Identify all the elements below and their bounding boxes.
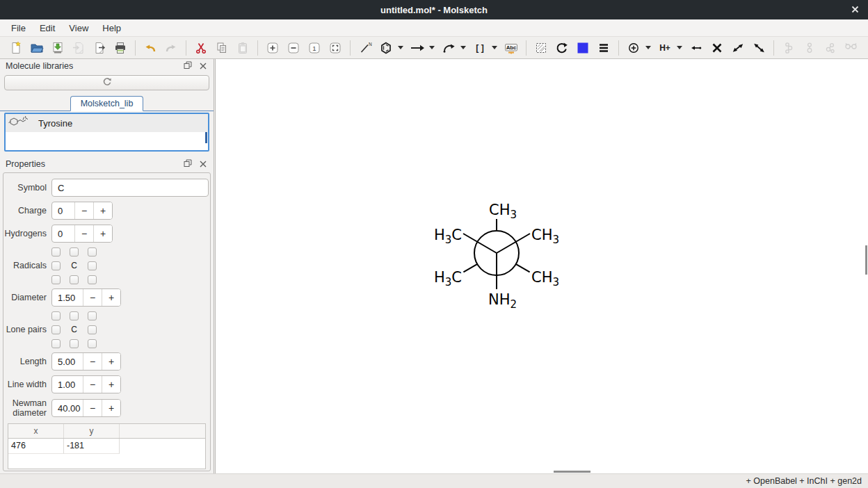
radical-checkbox[interactable] — [88, 247, 97, 257]
length-increase-button[interactable]: + — [102, 353, 120, 370]
zoom-original-button[interactable]: 1 — [305, 39, 324, 57]
menu-help[interactable]: Help — [95, 21, 128, 35]
charge-decrease-button[interactable]: − — [74, 202, 93, 219]
color-picker-button[interactable] — [573, 39, 593, 57]
newman-diameter-decrease-button[interactable]: − — [83, 400, 102, 416]
line-width-decrease-button[interactable]: − — [83, 376, 102, 393]
molecule-rings-icon — [843, 41, 860, 55]
menu-file[interactable]: File — [4, 21, 33, 35]
line-width-button[interactable] — [594, 39, 613, 57]
ring-tool-button[interactable] — [376, 39, 396, 57]
radical-checkbox[interactable] — [51, 275, 61, 284]
lone-pair-checkbox[interactable] — [88, 311, 97, 320]
print-button[interactable] — [111, 39, 130, 57]
charge-value[interactable]: 0 — [52, 202, 74, 219]
close-panel-icon — [200, 158, 207, 170]
refresh-libraries-button[interactable] — [4, 75, 209, 90]
draw-tool-button[interactable]: N — [355, 39, 375, 57]
toolbar-extension-button[interactable] — [862, 39, 868, 57]
export-button[interactable] — [90, 39, 109, 57]
library-list-scrollbar[interactable] — [205, 132, 207, 143]
radical-checkbox[interactable] — [51, 247, 61, 257]
lone-pair-checkbox[interactable] — [70, 339, 79, 348]
hydrogens-increase-button[interactable]: + — [93, 225, 112, 242]
zoom-out-button[interactable] — [284, 39, 303, 57]
properties-close-button[interactable] — [198, 159, 208, 169]
mechanism-arrow-button[interactable] — [439, 39, 458, 57]
charge-increase-button[interactable]: + — [93, 202, 112, 219]
lasso-select-button[interactable] — [531, 39, 551, 57]
lone-pair-checkbox[interactable] — [70, 311, 79, 320]
copy-button[interactable] — [212, 39, 232, 57]
line-width-increase-button[interactable]: + — [102, 376, 120, 393]
lone-pair-checkbox[interactable] — [51, 339, 61, 348]
newman-projection-molecule[interactable]: CH3 H3C CH3 H3C CH3 NH2 — [216, 59, 868, 473]
bracket-tool-button-dropdown[interactable] — [490, 39, 499, 57]
diameter-increase-button[interactable]: + — [102, 289, 120, 306]
newman-diameter-value[interactable]: 40.00 — [52, 400, 83, 416]
hydrogens-value[interactable]: 0 — [52, 225, 74, 242]
text-tool-button[interactable]: Abc — [501, 39, 521, 57]
newman-diameter-increase-button[interactable]: + — [102, 400, 120, 416]
atom-label-h3c-upper-left: H3C — [434, 227, 462, 246]
zoom-in-button[interactable] — [263, 39, 282, 57]
line-width-value[interactable]: 1.00 — [52, 376, 83, 393]
open-button[interactable] — [27, 39, 47, 57]
arrow-tool-button-dropdown[interactable] — [428, 39, 436, 57]
lone-pair-checkbox[interactable] — [88, 325, 97, 334]
mechanism-arrow-button-dropdown[interactable] — [459, 39, 467, 57]
length-decrease-button[interactable]: − — [83, 353, 102, 370]
new-button[interactable] — [6, 39, 26, 57]
lone-pair-checkbox[interactable] — [51, 325, 61, 334]
arrow-tool-button[interactable] — [408, 39, 427, 57]
flip-horizontal-button[interactable] — [728, 39, 748, 57]
lone-pair-checkbox[interactable] — [88, 339, 97, 348]
library-close-button[interactable] — [198, 61, 208, 71]
coordinate-x-cell[interactable]: 476 — [8, 439, 64, 454]
save-button[interactable] — [48, 39, 67, 57]
new-document-icon — [9, 41, 23, 55]
rotate-tool-button[interactable] — [552, 39, 572, 57]
bracket-tool-button[interactable]: [ ] — [470, 39, 490, 57]
open-folder-icon — [30, 41, 44, 55]
list-item-tyrosine[interactable]: Tyrosine — [6, 114, 208, 132]
toolbar-separator — [618, 40, 619, 56]
close-window-button[interactable] — [849, 3, 861, 16]
zoom-fit-icon — [328, 41, 342, 55]
radical-checkbox[interactable] — [70, 275, 79, 284]
newman-diameter-label: Newman diameter — [3, 398, 47, 418]
tab-molsketch-lib[interactable]: Molsketch_lib — [70, 96, 144, 111]
properties-float-button[interactable] — [183, 159, 193, 169]
drawing-canvas[interactable]: CH3 H3C CH3 H3C CH3 NH2 — [215, 59, 868, 473]
hydrogen-tool-button-dropdown[interactable] — [675, 39, 684, 57]
flip-vertical-button[interactable] — [749, 39, 769, 57]
length-value[interactable]: 5.00 — [52, 353, 83, 370]
library-float-button[interactable] — [183, 61, 193, 71]
diameter-value[interactable]: 1.50 — [52, 289, 83, 306]
menu-view[interactable]: View — [62, 21, 95, 35]
delete-tool-button[interactable] — [707, 39, 727, 57]
radical-checkbox[interactable] — [88, 275, 97, 284]
undo-button[interactable] — [140, 39, 160, 57]
lone-pair-tool-button[interactable] — [686, 39, 706, 57]
charge-tool-button[interactable] — [624, 39, 643, 57]
charge-tool-button-dropdown[interactable] — [644, 39, 652, 57]
hydrogen-tool-button[interactable]: H+ — [655, 39, 675, 57]
radical-checkbox[interactable] — [70, 247, 79, 257]
diameter-decrease-button[interactable]: − — [83, 289, 102, 306]
ring-tool-button-dropdown[interactable] — [396, 39, 405, 57]
hydrogens-decrease-button[interactable]: − — [74, 225, 93, 242]
symbol-field[interactable] — [51, 179, 209, 197]
radical-checkbox[interactable] — [88, 261, 97, 270]
symbol-label: Symbol — [3, 183, 47, 193]
cut-button[interactable] — [191, 39, 211, 57]
menu-edit[interactable]: Edit — [33, 21, 62, 35]
lone-pair-checkbox[interactable] — [51, 311, 61, 320]
zoom-original-icon: 1 — [307, 41, 321, 55]
column-header-x: x — [8, 424, 64, 438]
zoom-fit-button[interactable] — [326, 39, 345, 57]
radical-checkbox[interactable] — [51, 261, 61, 270]
canvas-vertical-scrollbar[interactable] — [865, 245, 867, 275]
canvas-horizontal-scrollbar[interactable] — [554, 471, 590, 473]
coordinate-y-cell[interactable]: -181 — [64, 439, 120, 454]
